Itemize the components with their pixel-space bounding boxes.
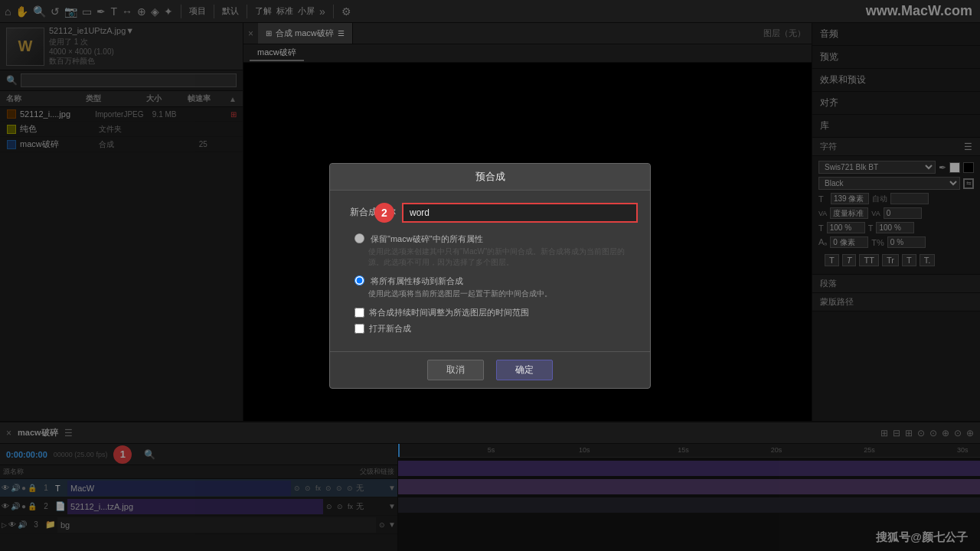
dialog-badge-2: 2 bbox=[374, 203, 394, 223]
dialog-option-2-label: 将所有属性移动到新合成 bbox=[371, 276, 463, 287]
dialog-option-1-label: 保留"macw破碎"中的所有属性 bbox=[371, 233, 483, 245]
dialog-checkbox-1[interactable] bbox=[354, 308, 364, 318]
pre-compose-dialog: 预合成 新合成名称 2 保留"macw破碎"中的所有属性 使用此选项来创建其中只… bbox=[329, 163, 651, 389]
dialog-option-1: 保留"macw破碎"中的所有属性 使用此选项来创建其中只有"MacW"的新中间合… bbox=[342, 233, 638, 268]
dialog-name-input[interactable] bbox=[402, 203, 638, 223]
dialog-option-2-desc: 使用此选项将当前所选图层一起置于新的中间合成中。 bbox=[368, 289, 638, 299]
dialog-checkbox-1-row: 将合成持续时间调整为所选图层的时间范围 bbox=[354, 307, 638, 318]
dialog-option-2-row: 将所有属性移动到新合成 bbox=[354, 276, 638, 287]
dialog-checkbox-2-row: 打开新合成 bbox=[354, 323, 638, 334]
dialog-title: 预合成 bbox=[330, 164, 650, 191]
dialog-overlay: 预合成 新合成名称 2 保留"macw破碎"中的所有属性 使用此选项来创建其中只… bbox=[0, 0, 980, 551]
dialog-input-wrapper: 2 bbox=[402, 203, 638, 223]
dialog-cancel-button[interactable]: 取消 bbox=[427, 360, 484, 380]
dialog-footer: 取消 确定 bbox=[330, 351, 650, 388]
dialog-checkbox-2-label: 打开新合成 bbox=[369, 323, 411, 334]
dialog-option-2: 将所有属性移动到新合成 使用此选项将当前所选图层一起置于新的中间合成中。 bbox=[342, 276, 638, 299]
dialog-radio-2[interactable] bbox=[354, 276, 364, 285]
dialog-radio-1[interactable] bbox=[354, 233, 364, 243]
dialog-option-1-desc: 使用此选项来创建其中只有"MacW"的新中间合成。新合成将成为当前图层的源。此选… bbox=[368, 246, 638, 268]
dialog-body: 新合成名称 2 保留"macw破碎"中的所有属性 使用此选项来创建其中只有"Ma… bbox=[330, 191, 650, 351]
dialog-ok-button[interactable]: 确定 bbox=[496, 360, 553, 380]
dialog-checkbox-1-label: 将合成持续时间调整为所选图层的时间范围 bbox=[369, 307, 529, 318]
dialog-name-row: 新合成名称 2 bbox=[342, 203, 638, 223]
dialog-checkbox-2[interactable] bbox=[354, 324, 364, 334]
dialog-option-1-row: 保留"macw破碎"中的所有属性 bbox=[354, 233, 638, 245]
